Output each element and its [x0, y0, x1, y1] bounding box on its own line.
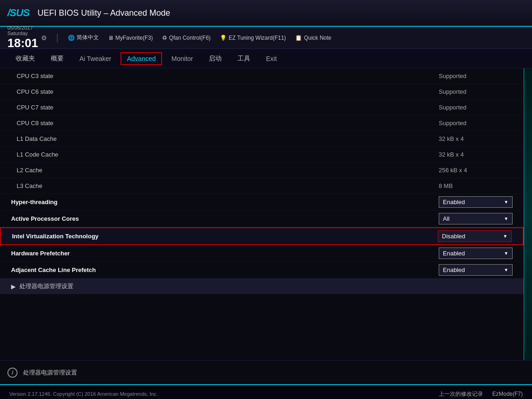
setting-l1-code[interactable]: L1 Code Cache 32 kB x 4 [0, 147, 524, 163]
ezmode-link[interactable]: EzMode(F7) [492, 391, 523, 397]
setting-cpu-c7[interactable]: CPU C7 state Supported [0, 100, 524, 115]
l3-cache-value: 8 MB [439, 182, 513, 189]
setting-hw-prefetch[interactable]: Hardware Prefetcher Enabled ▼ [0, 245, 524, 262]
cpu-c3-value: Supported [439, 73, 513, 79]
globe-icon: 🌐 [68, 35, 75, 41]
tab-boot[interactable]: 启动 [202, 52, 228, 66]
nav-tabs: 收藏夹 概要 Ai Tweaker Advanced Monitor 启动 工具… [0, 49, 532, 68]
cpu-c6-label: CPU C6 state [11, 88, 53, 95]
note-icon: 📋 [295, 35, 302, 41]
tab-advanced[interactable]: Advanced [121, 52, 162, 65]
version-text: Version 2.17.1246. Copyright (C) 2016 Am… [9, 391, 158, 397]
ez-tuning-button[interactable]: 💡 EZ Tuning Wizard(F11) [220, 35, 286, 41]
quick-note-button[interactable]: 📋 Quick Note [295, 35, 331, 41]
info-icon: i [7, 368, 18, 378]
l1-data-label: L1 Data Cache [11, 135, 57, 142]
setting-l3-cache[interactable]: L3 Cache 8 MB [0, 178, 524, 194]
gear-icon[interactable]: ⚙ [41, 34, 47, 42]
datetime-section: 05/06/2017 Saturday 18:01 ⚙ [7, 25, 47, 50]
chevron-down-icon-2: ▼ [504, 216, 508, 221]
hyper-threading-value: Enabled [443, 199, 465, 206]
info-bar: i 处理器电源管理设置 [0, 360, 532, 384]
settings-list: CPU C3 state Supported CPU C6 state Supp… [0, 68, 524, 360]
l2-cache-label: L2 Cache [11, 167, 42, 174]
tab-summary[interactable]: 概要 [44, 52, 70, 66]
l1-code-value: 32 kB x 4 [439, 151, 513, 158]
tab-ai-tweaker[interactable]: Ai Tweaker [73, 52, 118, 65]
hw-prefetch-value: Enabled [443, 250, 465, 257]
setting-cpu-c8[interactable]: CPU C8 state Supported [0, 115, 524, 131]
top-bar: /SUS UEFI BIOS Utility – Advanced Mode [0, 0, 532, 27]
intel-vt-value: Disabled [442, 233, 466, 240]
chevron-down-icon-4: ▼ [504, 251, 508, 256]
day-display: Saturday [7, 30, 38, 36]
chevron-down-icon-3: ▼ [503, 234, 508, 239]
cpu-c3-label: CPU C3 state [11, 73, 53, 79]
setting-hyper-threading[interactable]: Hyper-threading Enabled ▼ [0, 194, 524, 211]
intel-vt-label: Intel Virtualization Technology [12, 233, 98, 240]
active-cores-dropdown[interactable]: All ▼ [439, 213, 513, 224]
cpu-c8-value: Supported [439, 120, 513, 127]
tuning-icon: 💡 [220, 35, 227, 41]
myfavorite-button[interactable]: 🖥 MyFavorite(F3) [108, 35, 153, 41]
active-cores-value: All [443, 215, 449, 222]
cpu-c8-label: CPU C8 state [11, 120, 53, 127]
setting-l2-cache[interactable]: L2 Cache 256 kB x 4 [0, 163, 524, 178]
divider-1: | [56, 32, 59, 43]
qfan-button[interactable]: ♻ Qfan Control(F6) [162, 35, 211, 41]
setting-l1-data[interactable]: L1 Data Cache 32 kB x 4 [0, 131, 524, 147]
history-link[interactable]: 上一次的修改记录 [439, 390, 483, 398]
setting-cpu-c3[interactable]: CPU C3 state Supported [0, 68, 524, 84]
chevron-down-icon: ▼ [504, 200, 508, 205]
fan-icon: ♻ [162, 35, 167, 41]
main-content: CPU C3 state Supported CPU C6 state Supp… [0, 68, 532, 360]
tab-exit[interactable]: Exit [260, 52, 283, 65]
section-label: 处理器电源管理设置 [19, 282, 73, 290]
hw-prefetch-label: Hardware Prefetcher [11, 250, 70, 257]
bottom-right: 上一次的修改记录 EzMode(F7) [439, 390, 523, 398]
active-cores-label: Active Processor Cores [11, 215, 79, 222]
hyper-threading-dropdown[interactable]: Enabled ▼ [439, 196, 513, 208]
adj-cache-value: Enabled [443, 266, 465, 273]
adj-cache-dropdown[interactable]: Enabled ▼ [439, 264, 513, 276]
info-text: 处理器电源管理设置 [23, 369, 77, 377]
l1-data-value: 32 kB x 4 [439, 135, 513, 142]
date-display: 05/06/2017 [7, 25, 38, 30]
cpu-c6-value: Supported [439, 88, 513, 95]
setting-adj-cache[interactable]: Adjacent Cache Line Prefetch Enabled ▼ [0, 262, 524, 278]
monitor-icon: 🖥 [108, 35, 114, 41]
setting-cpu-c6[interactable]: CPU C6 state Supported [0, 84, 524, 100]
section-power-management[interactable]: ▶ 处理器电源管理设置 [0, 278, 524, 294]
language-label: 简体中文 [77, 34, 99, 42]
tab-tools[interactable]: 工具 [231, 52, 257, 66]
tab-monitor[interactable]: Monitor [165, 52, 200, 65]
asus-logo: /SUS [7, 7, 29, 19]
time-display: 18:01 [7, 36, 38, 50]
chevron-down-icon-5: ▼ [504, 267, 508, 272]
hw-prefetch-dropdown[interactable]: Enabled ▼ [439, 248, 513, 259]
setting-active-cores[interactable]: Active Processor Cores All ▼ [0, 211, 524, 227]
datetime-block: 05/06/2017 Saturday 18:01 [7, 25, 38, 50]
tab-favorites[interactable]: 收藏夹 [9, 52, 42, 66]
l3-cache-label: L3 Cache [11, 182, 42, 189]
bios-title: UEFI BIOS Utility – Advanced Mode [37, 8, 170, 18]
l1-code-label: L1 Code Cache [11, 151, 58, 158]
language-button[interactable]: 🌐 简体中文 [68, 34, 99, 42]
cpu-c7-value: Supported [439, 104, 513, 111]
cpu-c7-label: CPU C7 state [11, 104, 53, 111]
second-bar: 05/06/2017 Saturday 18:01 ⚙ | 🌐 简体中文 🖥 M… [0, 27, 532, 49]
setting-intel-vt[interactable]: Intel Virtualization Technology Disabled… [0, 227, 524, 245]
section-arrow-icon: ▶ [11, 283, 16, 290]
bottom-bar: Version 2.17.1246. Copyright (C) 2016 Am… [0, 384, 532, 399]
hyper-threading-label: Hyper-threading [11, 199, 57, 206]
l2-cache-value: 256 kB x 4 [439, 167, 513, 174]
intel-vt-dropdown[interactable]: Disabled ▼ [438, 230, 512, 242]
right-accent [524, 68, 532, 360]
adj-cache-label: Adjacent Cache Line Prefetch [11, 266, 96, 273]
